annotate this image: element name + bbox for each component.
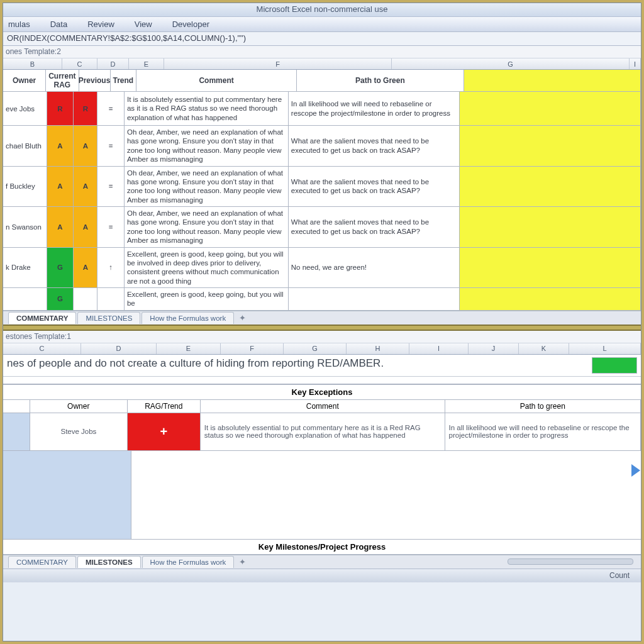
cell-path[interactable]: What are the salient moves that need to … — [289, 167, 460, 207]
cell-owner[interactable]: k Drake — [3, 248, 47, 288]
kx-hdr-comment: Comment — [201, 400, 445, 413]
formula-bar[interactable]: OR(INDEX(COMMENTARY!$A$2:$G$100,$A14,COL… — [3, 32, 641, 46]
cell-previous-rag[interactable]: A — [74, 207, 97, 247]
cell-owner[interactable]: chael Bluth — [3, 126, 47, 166]
sheet-tab-formulas-2[interactable]: How the Formulas work — [142, 556, 235, 568]
cell-current-rag[interactable]: G — [47, 288, 74, 310]
sheet-tab-milestones[interactable]: MILESTONES — [77, 312, 140, 324]
cell-extra[interactable] — [460, 248, 641, 288]
kx-comment[interactable]: It is absolutely essential to put commen… — [201, 413, 445, 450]
cell-current-rag[interactable]: A — [47, 167, 74, 207]
sheet-tab-commentary[interactable]: COMMENTARY — [8, 312, 76, 324]
cell-comment[interactable]: Oh dear, Amber, we need an explanation o… — [125, 207, 289, 247]
col2-E[interactable]: E — [157, 343, 221, 354]
kx-path[interactable]: In all likelihood we will need to rebase… — [445, 413, 641, 450]
kx-owner[interactable]: Steve Jobs — [30, 413, 128, 450]
col2-F[interactable]: F — [221, 343, 284, 354]
cell-path[interactable]: No need, we are green! — [289, 248, 460, 288]
new-sheet-icon-2[interactable]: ✦ — [235, 557, 250, 567]
col2-G[interactable]: G — [284, 343, 347, 354]
hdr-extra — [464, 70, 641, 91]
kx-hdr-path: Path to green — [445, 400, 641, 413]
cell-comment[interactable]: It is absolutely essential to put commen… — [125, 92, 289, 125]
cell-path[interactable]: What are the salient moves that need to … — [289, 126, 460, 166]
col2-K[interactable]: K — [519, 343, 569, 354]
cell-comment[interactable]: Excellent, green is good, keep going, bu… — [125, 288, 289, 310]
cell-current-rag[interactable]: G — [47, 248, 74, 288]
cell-owner[interactable]: eve Jobs — [3, 92, 47, 125]
sheet-tabs-upper: COMMENTARY MILESTONES How the Formulas w… — [3, 311, 641, 325]
cell-trend[interactable]: = — [97, 126, 125, 166]
cell-previous-rag[interactable] — [74, 288, 97, 310]
pane-divider[interactable] — [3, 325, 641, 331]
key-exceptions-columns: Owner RAG/Trend Comment Path to green — [3, 400, 641, 413]
key-exceptions-header: Key Exceptions — [3, 384, 641, 400]
col-C[interactable]: C — [62, 58, 97, 69]
table-row[interactable]: f BuckleyAA=Oh dear, Amber, we need an e… — [3, 167, 641, 208]
cell-trend[interactable]: = — [97, 92, 125, 125]
col2-H[interactable]: H — [347, 343, 409, 354]
col-D[interactable]: D — [97, 58, 129, 69]
cell-trend[interactable]: = — [97, 207, 125, 247]
cell-path[interactable]: What are the salient moves that need to … — [289, 207, 460, 247]
ribbon-tab-developer[interactable]: Developer — [172, 19, 209, 29]
table-row[interactable]: k DrakeGA↑Excellent, green is good, keep… — [3, 248, 641, 289]
cell-comment[interactable]: Excellent, green is good, keep going, bu… — [125, 248, 289, 288]
col2-L[interactable]: L — [569, 343, 641, 354]
cell-current-rag[interactable]: R — [47, 92, 74, 125]
new-sheet-icon[interactable]: ✦ — [235, 313, 250, 323]
table-row[interactable]: chael BluthAA=Oh dear, Amber, we need an… — [3, 126, 641, 167]
cell-previous-rag[interactable]: A — [74, 248, 97, 288]
grid-lower[interactable]: nes of people and do not create a cultur… — [3, 355, 641, 555]
ribbon-tab-data[interactable]: Data — [50, 19, 67, 29]
col2-J[interactable]: J — [469, 343, 519, 354]
table-row[interactable]: GExcellent, green is good, keep going, b… — [3, 288, 641, 311]
cell-extra[interactable] — [460, 167, 641, 207]
col-F[interactable]: F — [164, 58, 392, 69]
col2-I[interactable]: I — [409, 343, 469, 354]
cell-trend[interactable] — [97, 288, 125, 310]
cell-current-rag[interactable]: A — [47, 126, 74, 166]
col-I[interactable]: I — [630, 58, 641, 69]
kx-hdr-owner: Owner — [30, 400, 128, 413]
cell-path[interactable] — [289, 288, 460, 310]
cell-owner[interactable]: n Swanson — [3, 207, 47, 247]
sheet-tab-formulas[interactable]: How the Formulas work — [142, 312, 234, 324]
cell-comment[interactable]: Oh dear, Amber, we need an explanation o… — [125, 126, 289, 166]
cell-owner[interactable]: f Buckley — [3, 167, 47, 207]
cell-extra[interactable] — [460, 126, 641, 166]
cell-trend[interactable]: = — [97, 167, 125, 207]
cell-current-rag[interactable]: A — [47, 207, 74, 247]
cell-owner[interactable] — [3, 288, 47, 310]
table-row[interactable]: n SwansonAA=Oh dear, Amber, we need an e… — [3, 207, 641, 248]
cell-previous-rag[interactable]: R — [74, 92, 97, 125]
horizontal-scrollbar[interactable] — [508, 558, 633, 565]
col-E[interactable]: E — [129, 58, 164, 69]
cell-extra[interactable] — [460, 92, 641, 125]
cell-previous-rag[interactable]: A — [74, 126, 97, 166]
ribbon-tab-view[interactable]: View — [135, 19, 152, 29]
cell-extra[interactable] — [460, 207, 641, 247]
blue-region — [3, 451, 131, 539]
sheet-tab-commentary-2[interactable]: COMMENTARY — [8, 556, 76, 568]
white-region — [131, 451, 641, 539]
table-row[interactable]: eve JobsRR=It is absolutely essential to… — [3, 92, 641, 126]
col-G[interactable]: G — [392, 58, 630, 69]
cell-comment[interactable]: Oh dear, Amber, we need an explanation o… — [125, 167, 289, 207]
key-milestones-header: Key Milestones/Project Progress — [3, 539, 641, 555]
ribbon-tabs: mulas Data Review View Developer — [3, 17, 641, 32]
ribbon-tab-review[interactable]: Review — [87, 19, 114, 29]
cell-extra[interactable] — [460, 288, 641, 310]
col2-C[interactable]: C — [3, 343, 81, 354]
grid-upper[interactable]: Owner Current RAG Previous Trend Comment… — [3, 70, 641, 311]
cell-path[interactable]: In all likelihood we will need to rebase… — [289, 92, 460, 125]
col-B[interactable]: B — [3, 58, 62, 69]
col2-D[interactable]: D — [81, 343, 157, 354]
sheet-tab-milestones-2[interactable]: MILESTONES — [77, 556, 141, 568]
workbook-title-upper: ones Template:2 — [3, 46, 641, 58]
cell-trend[interactable]: ↑ — [97, 248, 125, 288]
hdr-owner: Owner — [3, 70, 46, 91]
ribbon-tab-formulas[interactable]: mulas — [8, 19, 30, 29]
cell-previous-rag[interactable]: A — [74, 167, 97, 207]
kx-rag-cell[interactable]: + — [128, 413, 201, 450]
